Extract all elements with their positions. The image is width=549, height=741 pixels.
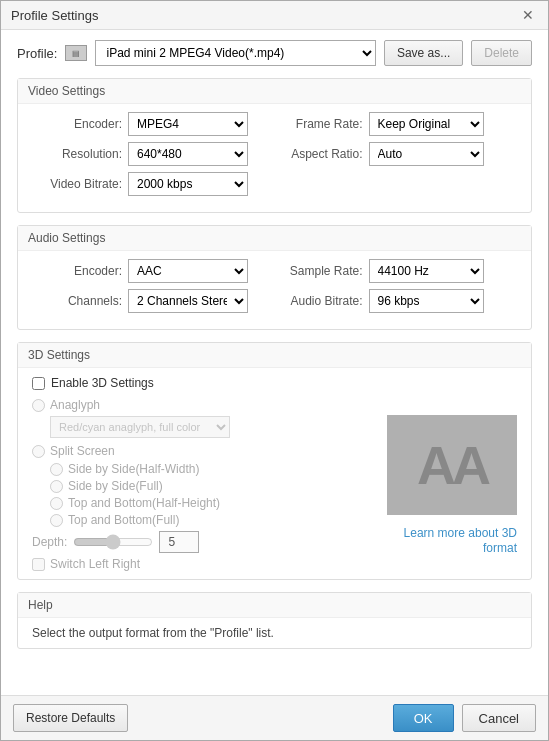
side-by-side-full-radio[interactable]: [50, 480, 63, 493]
split-screen-radio[interactable]: [32, 445, 45, 458]
anaglyph-select[interactable]: Red/cyan anaglyph, full color: [50, 416, 230, 438]
dialog: Profile Settings ✕ Profile: ▤ iPad mini …: [0, 0, 549, 741]
video-settings-body: Encoder: MPEG4 Resolution: 640*480: [18, 112, 531, 202]
3d-settings-title: 3D Settings: [18, 343, 531, 368]
enable-3d-label[interactable]: Enable 3D Settings: [51, 376, 154, 390]
side-by-side-half-radio[interactable]: [50, 463, 63, 476]
profile-row: Profile: ▤ iPad mini 2 MPEG4 Video(*.mp4…: [17, 40, 532, 66]
encoder-label: Encoder:: [32, 117, 122, 131]
audio-left-col: Encoder: AAC Channels: 2 Channels Stereo: [32, 259, 267, 319]
top-bottom-half-radio[interactable]: [50, 497, 63, 510]
encoder-select[interactable]: MPEG4: [128, 112, 248, 136]
sample-rate-row: Sample Rate: 44100 Hz: [283, 259, 518, 283]
aspect-ratio-label: Aspect Ratio:: [283, 147, 363, 161]
profile-label: Profile:: [17, 46, 57, 61]
switch-label: Switch Left Right: [50, 557, 140, 571]
profile-select[interactable]: iPad mini 2 MPEG4 Video(*.mp4): [95, 40, 375, 66]
audio-encoder-row: Encoder: AAC: [32, 259, 267, 283]
anaglyph-label: Anaglyph: [50, 398, 100, 412]
video-settings-section: Video Settings Encoder: MPEG4 Resolution…: [17, 78, 532, 213]
help-title: Help: [18, 593, 531, 618]
audio-encoder-label: Encoder:: [32, 264, 122, 278]
enable-3d-checkbox[interactable]: [32, 377, 45, 390]
aa-text: AA: [417, 434, 487, 496]
switch-left-right-checkbox[interactable]: [32, 558, 45, 571]
depth-row: Depth: 5: [32, 531, 377, 553]
3d-settings-body: Enable 3D Settings Anaglyph Red/cyan ana…: [18, 368, 531, 579]
audio-settings-section: Audio Settings Encoder: AAC Channels:: [17, 225, 532, 330]
video-settings-title: Video Settings: [18, 79, 531, 104]
3d-settings-cols: Anaglyph Red/cyan anaglyph, full color S…: [32, 398, 517, 571]
top-bottom-full-row: Top and Bottom(Full): [32, 513, 377, 527]
anaglyph-row: Anaglyph: [32, 398, 377, 412]
video-right-col: Frame Rate: Keep Original Aspect Ratio: …: [283, 112, 518, 202]
audio-settings-cols: Encoder: AAC Channels: 2 Channels Stereo: [32, 259, 517, 319]
resolution-label: Resolution:: [32, 147, 122, 161]
titlebar: Profile Settings ✕: [1, 1, 548, 30]
dialog-footer: Restore Defaults OK Cancel: [1, 695, 548, 740]
split-screen-row: Split Screen: [32, 444, 377, 458]
save-as-button[interactable]: Save as...: [384, 40, 463, 66]
side-by-side-half-label: Side by Side(Half-Width): [68, 462, 199, 476]
help-section: Help Select the output format from the "…: [17, 592, 532, 649]
channels-row: Channels: 2 Channels Stereo: [32, 289, 267, 313]
delete-button[interactable]: Delete: [471, 40, 532, 66]
dialog-title: Profile Settings: [11, 8, 98, 23]
dialog-content: Profile: ▤ iPad mini 2 MPEG4 Video(*.mp4…: [1, 30, 548, 695]
3d-settings-section: 3D Settings Enable 3D Settings Anaglyph: [17, 342, 532, 580]
channels-label: Channels:: [32, 294, 122, 308]
audio-encoder-select[interactable]: AAC: [128, 259, 248, 283]
restore-defaults-button[interactable]: Restore Defaults: [13, 704, 128, 732]
split-screen-label: Split Screen: [50, 444, 115, 458]
audio-settings-body: Encoder: AAC Channels: 2 Channels Stereo: [18, 259, 531, 319]
frame-rate-row: Frame Rate: Keep Original: [283, 112, 518, 136]
footer-right: OK Cancel: [393, 704, 536, 732]
side-by-side-full-row: Side by Side(Full): [32, 479, 377, 493]
video-settings-cols: Encoder: MPEG4 Resolution: 640*480: [32, 112, 517, 202]
frame-rate-label: Frame Rate:: [283, 117, 363, 131]
audio-settings-title: Audio Settings: [18, 226, 531, 251]
aspect-ratio-row: Aspect Ratio: Auto: [283, 142, 518, 166]
3d-left-col: Anaglyph Red/cyan anaglyph, full color S…: [32, 398, 377, 571]
side-by-side-full-label: Side by Side(Full): [68, 479, 163, 493]
top-bottom-half-row: Top and Bottom(Half-Height): [32, 496, 377, 510]
resolution-select[interactable]: 640*480: [128, 142, 248, 166]
anaglyph-radio[interactable]: [32, 399, 45, 412]
learn-more-link[interactable]: Learn more about 3D format: [404, 526, 517, 555]
enable-3d-row: Enable 3D Settings: [32, 376, 517, 390]
channels-select[interactable]: 2 Channels Stereo: [128, 289, 248, 313]
depth-slider[interactable]: [73, 534, 153, 550]
side-by-side-half-row: Side by Side(Half-Width): [32, 462, 377, 476]
video-bitrate-label: Video Bitrate:: [32, 177, 122, 191]
video-left-col: Encoder: MPEG4 Resolution: 640*480: [32, 112, 267, 202]
encoder-row: Encoder: MPEG4: [32, 112, 267, 136]
top-bottom-half-label: Top and Bottom(Half-Height): [68, 496, 220, 510]
profile-icon: ▤: [65, 45, 87, 61]
3d-right-col: AA Learn more about 3D format: [387, 398, 517, 571]
audio-bitrate-label: Audio Bitrate:: [283, 294, 363, 308]
learn-more-row: Learn more about 3D format: [387, 525, 517, 555]
ok-button[interactable]: OK: [393, 704, 454, 732]
switch-row: Switch Left Right: [32, 557, 377, 571]
aspect-ratio-select[interactable]: Auto: [369, 142, 484, 166]
sample-rate-select[interactable]: 44100 Hz: [369, 259, 484, 283]
top-bottom-full-label: Top and Bottom(Full): [68, 513, 179, 527]
sample-rate-label: Sample Rate:: [283, 264, 363, 278]
help-body: Select the output format from the "Profi…: [18, 618, 531, 648]
depth-label: Depth:: [32, 535, 67, 549]
depth-input[interactable]: 5: [159, 531, 199, 553]
audio-bitrate-row: Audio Bitrate: 96 kbps: [283, 289, 518, 313]
resolution-row: Resolution: 640*480: [32, 142, 267, 166]
frame-rate-select[interactable]: Keep Original: [369, 112, 484, 136]
audio-right-col: Sample Rate: 44100 Hz Audio Bitrate: 96 …: [283, 259, 518, 319]
top-bottom-full-radio[interactable]: [50, 514, 63, 527]
aa-preview: AA: [387, 415, 517, 515]
video-bitrate-row: Video Bitrate: 2000 kbps: [32, 172, 267, 196]
audio-bitrate-select[interactable]: 96 kbps: [369, 289, 484, 313]
close-button[interactable]: ✕: [518, 7, 538, 23]
cancel-button[interactable]: Cancel: [462, 704, 536, 732]
video-bitrate-select[interactable]: 2000 kbps: [128, 172, 248, 196]
